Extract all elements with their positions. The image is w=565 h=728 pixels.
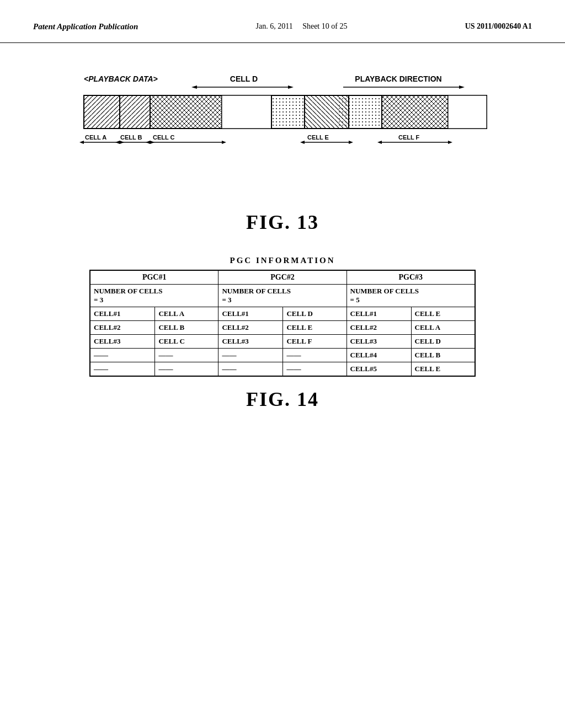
svg-text:CELL A: CELL A: [85, 134, 106, 141]
pgc2-row2-cell: CELL E: [283, 321, 347, 335]
pgc-header-row: PGC#1 PGC#2 PGC#3: [90, 270, 475, 285]
publication-date: Jan. 6, 2011: [256, 22, 293, 30]
svg-marker-40: [115, 141, 120, 144]
pgc1-row3-cell: CELL C: [155, 335, 218, 349]
pgc3-row5-num: CELL#5: [347, 362, 411, 377]
pgc2-row5-num: ——: [218, 362, 283, 377]
svg-rect-31: [382, 95, 448, 129]
patent-number: US 2011/0002640 A1: [465, 22, 532, 31]
pgc2-row2-num: CELL#2: [218, 321, 283, 335]
svg-marker-14: [459, 85, 465, 89]
svg-rect-22: [222, 95, 271, 129]
pgc-info-title: PGC INFORMATION: [89, 256, 476, 265]
pgc3-num-cells: NUMBER OF CELLS = 5: [347, 285, 475, 307]
pgc2-header: PGC#2: [218, 270, 347, 285]
pgc1-row1-num: CELL#1: [90, 307, 155, 321]
svg-marker-44: [146, 141, 150, 144]
page-header: Patent Application Publication Jan. 6, 2…: [0, 0, 565, 43]
table-row: —— —— —— —— CELL#4 CELL B: [90, 349, 475, 362]
pgc2-row4-num: ——: [218, 349, 283, 362]
fig13-svg: <PLAYBACK DATA> CELL D PLAYBACK DIRECTIO…: [56, 71, 509, 197]
svg-rect-20: [150, 95, 222, 129]
svg-marker-45: [222, 141, 226, 144]
pgc3-row2-cell: CELL A: [411, 321, 475, 335]
pgc1-row5-num: ——: [90, 362, 155, 377]
svg-marker-36: [79, 141, 84, 144]
svg-text:CELL E: CELL E: [307, 134, 329, 141]
header-center: Jan. 6, 2011 Sheet 10 of 25: [256, 22, 348, 31]
table-row: CELL#1 CELL A CELL#1 CELL D CELL#1 CELL …: [90, 307, 475, 321]
pgc3-row3-num: CELL#3: [347, 335, 411, 349]
pgc3-row2-num: CELL#2: [347, 321, 411, 335]
pgc1-row3-num: CELL#3: [90, 335, 155, 349]
publication-label: Patent Application Publication: [33, 22, 138, 31]
svg-marker-53: [377, 141, 382, 144]
pgc2-row3-num: CELL#3: [218, 335, 283, 349]
svg-rect-24: [271, 95, 305, 129]
pgc3-row1-num: CELL#1: [347, 307, 411, 321]
svg-marker-49: [300, 141, 305, 144]
svg-rect-18: [120, 95, 150, 129]
pgc-table: PGC#1 PGC#2 PGC#3 NUMBER OF CELLS = 3 NU…: [89, 270, 476, 377]
pgc2-row4-cell: ——: [283, 349, 347, 362]
pgc3-row1-cell: CELL E: [411, 307, 475, 321]
num-cells-row: NUMBER OF CELLS = 3 NUMBER OF CELLS = 3 …: [90, 285, 475, 307]
pgc2-row1-num: CELL#1: [218, 307, 283, 321]
pgc1-row4-cell: ——: [155, 349, 218, 362]
pgc3-row3-cell: CELL D: [411, 335, 475, 349]
pgc1-row5-cell: ——: [155, 362, 218, 377]
pgc3-row5-cell: CELL E: [411, 362, 475, 377]
pgc1-row4-num: ——: [90, 349, 155, 362]
fig13-title: FIG. 13: [33, 211, 532, 234]
svg-text:CELL B: CELL B: [120, 134, 142, 141]
fig13-diagram: <PLAYBACK DATA> CELL D PLAYBACK DIRECTIO…: [33, 71, 532, 200]
svg-text:CELL C: CELL C: [153, 134, 175, 141]
table-row: CELL#3 CELL C CELL#3 CELL F CELL#3 CELL …: [90, 335, 475, 349]
svg-marker-52: [448, 141, 452, 144]
pgc1-row2-num: CELL#2: [90, 321, 155, 335]
pgc1-num-cells: NUMBER OF CELLS = 3: [90, 285, 218, 307]
pgc2-row1-cell: CELL D: [283, 307, 347, 321]
svg-marker-10: [191, 85, 197, 89]
pgc1-row2-cell: CELL B: [155, 321, 218, 335]
svg-rect-33: [448, 95, 487, 129]
pgc1-header: PGC#1: [90, 270, 218, 285]
svg-marker-48: [349, 141, 353, 144]
pgc2-num-cells: NUMBER OF CELLS = 3: [218, 285, 347, 307]
svg-text:CELL  D: CELL D: [230, 74, 258, 83]
pgc3-row4-cell: CELL B: [411, 349, 475, 362]
fig14-container: PGC INFORMATION PGC#1 PGC#2 PGC#3 NUMBER…: [89, 256, 476, 377]
svg-rect-27: [338, 95, 349, 129]
pgc3-header: PGC#3: [347, 270, 475, 285]
fig14-title: FIG. 14: [33, 388, 532, 411]
svg-text:PLAYBACK DIRECTION: PLAYBACK DIRECTION: [355, 74, 441, 83]
pgc1-row1-cell: CELL A: [155, 307, 218, 321]
svg-rect-29: [349, 95, 382, 129]
svg-rect-16: [84, 95, 120, 129]
table-row: —— —— —— —— CELL#5 CELL E: [90, 362, 475, 377]
table-row: CELL#2 CELL B CELL#2 CELL E CELL#2 CELL …: [90, 321, 475, 335]
svg-text:<PLAYBACK DATA>: <PLAYBACK DATA>: [84, 74, 158, 83]
svg-text:CELL F: CELL F: [398, 134, 420, 141]
svg-marker-11: [288, 85, 294, 89]
pgc2-row5-cell: ——: [283, 362, 347, 377]
pgc3-row4-num: CELL#4: [347, 349, 411, 362]
pgc2-row3-cell: CELL F: [283, 335, 347, 349]
main-content: <PLAYBACK DATA> CELL D PLAYBACK DIRECTIO…: [0, 43, 565, 444]
sheet-info: Sheet 10 of 25: [302, 22, 347, 30]
